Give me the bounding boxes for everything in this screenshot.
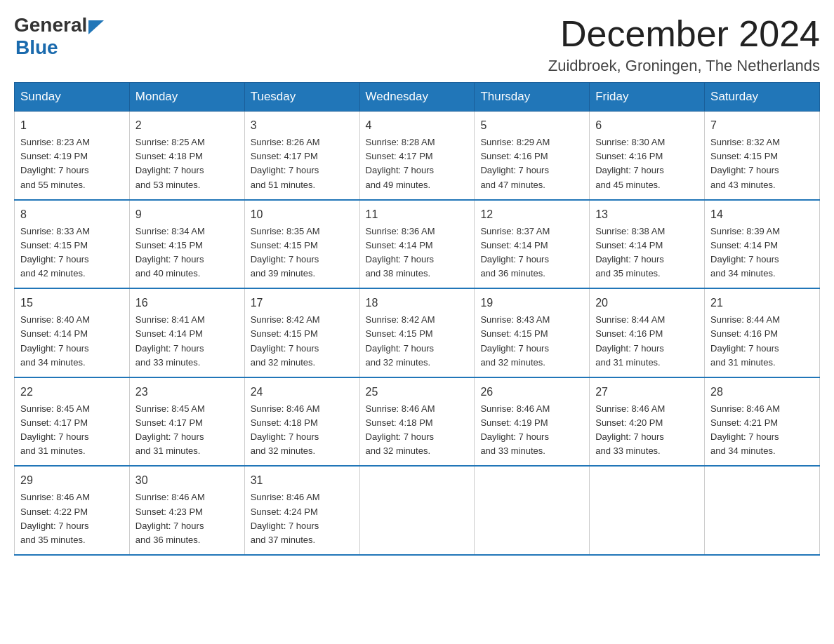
calendar-cell: 16Sunrise: 8:41 AMSunset: 4:14 PMDayligh…: [129, 288, 244, 377]
day-info: Sunrise: 8:34 AMSunset: 4:15 PMDaylight:…: [135, 224, 239, 281]
calendar-cell: [359, 466, 475, 555]
svg-marker-0: [88, 20, 104, 34]
day-info: Sunrise: 8:39 AMSunset: 4:14 PMDaylight:…: [710, 224, 814, 281]
day-info: Sunrise: 8:26 AMSunset: 4:17 PMDaylight:…: [251, 135, 354, 192]
calendar-cell: 27Sunrise: 8:46 AMSunset: 4:20 PMDayligh…: [590, 377, 705, 467]
day-number: 8: [20, 206, 124, 223]
day-info: Sunrise: 8:45 AMSunset: 4:17 PMDaylight:…: [135, 402, 239, 459]
day-info: Sunrise: 8:42 AMSunset: 4:15 PMDaylight:…: [366, 313, 469, 370]
day-number: 29: [20, 472, 124, 489]
calendar-cell: [590, 466, 705, 555]
day-info: Sunrise: 8:33 AMSunset: 4:15 PMDaylight:…: [20, 224, 124, 281]
day-info: Sunrise: 8:44 AMSunset: 4:16 PMDaylight:…: [595, 313, 699, 370]
day-number: 27: [595, 384, 699, 401]
day-number: 11: [366, 206, 469, 223]
calendar-cell: 24Sunrise: 8:46 AMSunset: 4:18 PMDayligh…: [244, 377, 359, 467]
day-info: Sunrise: 8:42 AMSunset: 4:15 PMDaylight:…: [251, 313, 354, 370]
day-info: Sunrise: 8:29 AMSunset: 4:16 PMDaylight:…: [480, 135, 583, 192]
calendar-week-row: 29Sunrise: 8:46 AMSunset: 4:22 PMDayligh…: [15, 466, 820, 555]
day-number: 22: [20, 384, 124, 401]
calendar-cell: 1Sunrise: 8:23 AMSunset: 4:19 PMDaylight…: [15, 112, 130, 200]
calendar-cell: 25Sunrise: 8:46 AMSunset: 4:18 PMDayligh…: [359, 377, 475, 467]
day-info: Sunrise: 8:46 AMSunset: 4:20 PMDaylight:…: [595, 402, 699, 459]
day-info: Sunrise: 8:46 AMSunset: 4:23 PMDaylight:…: [135, 490, 239, 547]
day-info: Sunrise: 8:46 AMSunset: 4:21 PMDaylight:…: [710, 402, 814, 459]
day-number: 16: [135, 295, 239, 311]
column-header-monday: Monday: [129, 83, 244, 112]
day-number: 24: [251, 384, 354, 401]
day-info: Sunrise: 8:23 AMSunset: 4:19 PMDaylight:…: [20, 135, 124, 192]
calendar-cell: 31Sunrise: 8:46 AMSunset: 4:24 PMDayligh…: [244, 466, 359, 555]
day-info: Sunrise: 8:30 AMSunset: 4:16 PMDaylight:…: [595, 135, 699, 192]
day-info: Sunrise: 8:38 AMSunset: 4:14 PMDaylight:…: [595, 224, 699, 281]
day-info: Sunrise: 8:45 AMSunset: 4:17 PMDaylight:…: [20, 402, 124, 459]
day-number: 31: [251, 472, 354, 489]
calendar-cell: 4Sunrise: 8:28 AMSunset: 4:17 PMDaylight…: [359, 112, 475, 200]
header: General Blue December 2024 Zuidbroek, Gr…: [14, 14, 820, 75]
page-title: December 2024: [548, 14, 820, 54]
day-info: Sunrise: 8:28 AMSunset: 4:17 PMDaylight:…: [366, 135, 469, 192]
day-number: 15: [20, 295, 124, 311]
calendar-cell: 9Sunrise: 8:34 AMSunset: 4:15 PMDaylight…: [129, 200, 244, 289]
day-number: 2: [135, 117, 239, 134]
page-subtitle: Zuidbroek, Groningen, The Netherlands: [548, 57, 820, 75]
day-number: 28: [710, 384, 814, 401]
calendar-cell: 13Sunrise: 8:38 AMSunset: 4:14 PMDayligh…: [590, 200, 705, 289]
day-number: 13: [595, 206, 699, 223]
calendar-week-row: 15Sunrise: 8:40 AMSunset: 4:14 PMDayligh…: [15, 288, 820, 377]
calendar-week-row: 1Sunrise: 8:23 AMSunset: 4:19 PMDaylight…: [15, 112, 820, 200]
day-number: 23: [135, 384, 239, 401]
logo-blue-text: Blue: [14, 36, 58, 59]
day-number: 25: [366, 384, 469, 401]
column-header-tuesday: Tuesday: [244, 83, 359, 112]
day-info: Sunrise: 8:44 AMSunset: 4:16 PMDaylight:…: [710, 313, 814, 370]
day-number: 10: [251, 206, 354, 223]
calendar-week-row: 22Sunrise: 8:45 AMSunset: 4:17 PMDayligh…: [15, 377, 820, 467]
day-number: 9: [135, 206, 239, 223]
calendar-cell: 19Sunrise: 8:43 AMSunset: 4:15 PMDayligh…: [475, 288, 590, 377]
logo: General Blue: [14, 14, 104, 59]
day-info: Sunrise: 8:46 AMSunset: 4:24 PMDaylight:…: [251, 490, 354, 547]
logo-general-text: General: [14, 14, 87, 36]
day-number: 20: [595, 295, 699, 311]
day-number: 21: [710, 295, 814, 311]
calendar-cell: 23Sunrise: 8:45 AMSunset: 4:17 PMDayligh…: [129, 377, 244, 467]
day-number: 14: [710, 206, 814, 223]
calendar-cell: 8Sunrise: 8:33 AMSunset: 4:15 PMDaylight…: [15, 200, 130, 289]
calendar-cell: 12Sunrise: 8:37 AMSunset: 4:14 PMDayligh…: [475, 200, 590, 289]
column-header-saturday: Saturday: [705, 83, 820, 112]
day-info: Sunrise: 8:40 AMSunset: 4:14 PMDaylight:…: [20, 313, 124, 370]
column-header-friday: Friday: [590, 83, 705, 112]
calendar-cell: [475, 466, 590, 555]
day-number: 5: [480, 117, 583, 134]
calendar-cell: 10Sunrise: 8:35 AMSunset: 4:15 PMDayligh…: [244, 200, 359, 289]
day-number: 17: [251, 295, 354, 311]
day-info: Sunrise: 8:35 AMSunset: 4:15 PMDaylight:…: [251, 224, 354, 281]
day-number: 12: [480, 206, 583, 223]
calendar-cell: 17Sunrise: 8:42 AMSunset: 4:15 PMDayligh…: [244, 288, 359, 377]
day-number: 6: [595, 117, 699, 134]
calendar-cell: 20Sunrise: 8:44 AMSunset: 4:16 PMDayligh…: [590, 288, 705, 377]
column-header-wednesday: Wednesday: [359, 83, 475, 112]
calendar-cell: 14Sunrise: 8:39 AMSunset: 4:14 PMDayligh…: [705, 200, 820, 289]
calendar-cell: 5Sunrise: 8:29 AMSunset: 4:16 PMDaylight…: [475, 112, 590, 200]
day-info: Sunrise: 8:46 AMSunset: 4:18 PMDaylight:…: [251, 402, 354, 459]
title-block: December 2024 Zuidbroek, Groningen, The …: [548, 14, 820, 75]
day-number: 26: [480, 384, 583, 401]
column-header-thursday: Thursday: [475, 83, 590, 112]
day-info: Sunrise: 8:46 AMSunset: 4:22 PMDaylight:…: [20, 490, 124, 547]
day-number: 30: [135, 472, 239, 489]
calendar-cell: 18Sunrise: 8:42 AMSunset: 4:15 PMDayligh…: [359, 288, 475, 377]
day-info: Sunrise: 8:46 AMSunset: 4:18 PMDaylight:…: [366, 402, 469, 459]
calendar-cell: 21Sunrise: 8:44 AMSunset: 4:16 PMDayligh…: [705, 288, 820, 377]
day-info: Sunrise: 8:43 AMSunset: 4:15 PMDaylight:…: [480, 313, 583, 370]
calendar-cell: 7Sunrise: 8:32 AMSunset: 4:15 PMDaylight…: [705, 112, 820, 200]
day-number: 4: [366, 117, 469, 134]
calendar-cell: 2Sunrise: 8:25 AMSunset: 4:18 PMDaylight…: [129, 112, 244, 200]
calendar-header-row: SundayMondayTuesdayWednesdayThursdayFrid…: [15, 83, 820, 112]
calendar-cell: 30Sunrise: 8:46 AMSunset: 4:23 PMDayligh…: [129, 466, 244, 555]
calendar-cell: 22Sunrise: 8:45 AMSunset: 4:17 PMDayligh…: [15, 377, 130, 467]
calendar-cell: 28Sunrise: 8:46 AMSunset: 4:21 PMDayligh…: [705, 377, 820, 467]
day-number: 18: [366, 295, 469, 311]
day-info: Sunrise: 8:37 AMSunset: 4:14 PMDaylight:…: [480, 224, 583, 281]
